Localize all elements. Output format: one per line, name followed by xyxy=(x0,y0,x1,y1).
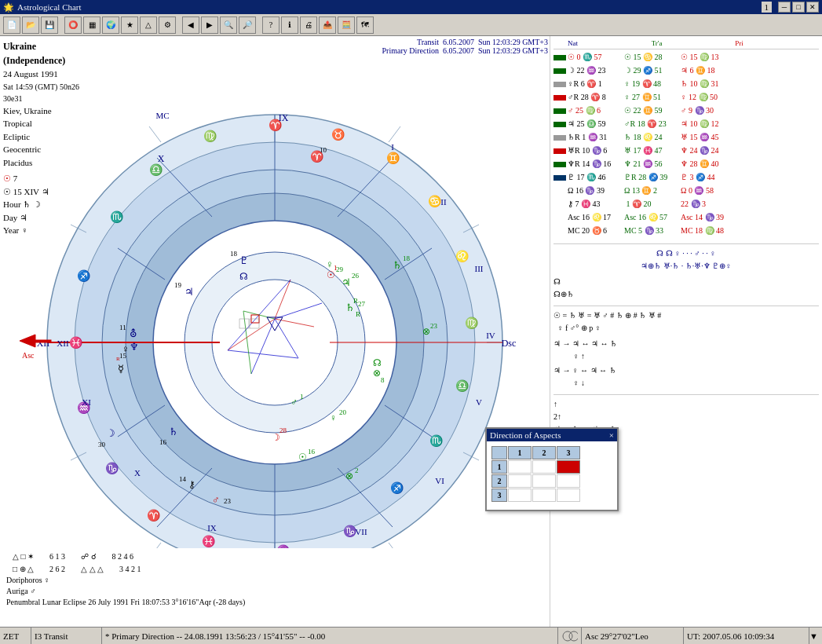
table-button[interactable]: ▦ xyxy=(83,16,100,34)
planet-row-venus: ♀R 6 ♈ 1 ♀ 19 ♈ 48 ♄ 10 ♍ 31 xyxy=(553,78,819,90)
bottom-info-panel: △ □ ✶ 6 1 3 ☍ ☌ 8 2 4 6 □ ⊕ △ 2 6 2 △ △ … xyxy=(0,548,550,609)
svg-text:VI: VI xyxy=(435,476,444,485)
nat-node: Ω 16 ♑ 39 xyxy=(568,185,623,197)
tra-venus: ♀ 19 ♈ 48 xyxy=(624,78,679,90)
calc-button[interactable]: 🧮 xyxy=(338,16,355,34)
planet-row-jupiter: ♃ 25 ♎ 59 ♂R 18 ♈ 23 ♃ 10 ♍ 12 xyxy=(553,118,819,130)
svg-text:Dsc: Dsc xyxy=(502,338,517,349)
settings-button[interactable]: ⚙ xyxy=(159,16,176,34)
svg-text:15: 15 xyxy=(119,352,127,360)
grid-col-1[interactable]: 1 xyxy=(508,446,532,459)
bar-jupiter xyxy=(553,122,566,127)
planet-row-mars: ♂ 25 ♍ 6 ☉ 22 ♊ 59 ♂ 9 ♑ 30 xyxy=(553,104,819,117)
grid-cell-3-2[interactable] xyxy=(532,488,556,502)
maximize-button[interactable]: □ xyxy=(792,2,805,13)
close-button[interactable]: ✕ xyxy=(806,2,819,13)
grid-row-2[interactable]: 2 xyxy=(491,474,507,488)
grid-cell-1-3-selected[interactable] xyxy=(557,460,580,474)
grid-cell-2-3[interactable] xyxy=(557,474,580,488)
svg-text:♍: ♍ xyxy=(465,317,479,330)
zoom-in-button[interactable]: 🔍 xyxy=(220,16,237,34)
svg-text:11: 11 xyxy=(119,324,126,331)
bar-sun xyxy=(553,55,566,60)
scroll-down-button[interactable]: ▼ xyxy=(809,631,822,641)
star-button[interactable]: ★ xyxy=(121,16,138,34)
svg-text:♃: ♃ xyxy=(184,286,194,298)
info-button[interactable]: ℹ xyxy=(281,16,298,34)
status-info: * Primary Direction -- 24.08.1991 13:56:… xyxy=(102,628,558,644)
export-button[interactable]: 📤 xyxy=(319,16,336,34)
aspect-count-row4: 3 4 2 1 xyxy=(119,564,141,575)
help-button[interactable]: ? xyxy=(262,16,279,34)
grid-cell-2-2[interactable] xyxy=(532,474,556,488)
svg-text:16: 16 xyxy=(308,448,316,456)
grid-cell-3-3[interactable] xyxy=(557,488,580,502)
nat-neptune-r: ♆R 14 ♑ 16 xyxy=(568,158,623,170)
transit-label: Transit xyxy=(417,38,439,46)
primary-direction-label: Primary Direction xyxy=(382,46,439,55)
grid-col-3[interactable]: 3 xyxy=(557,446,580,459)
svg-text:♑: ♑ xyxy=(105,462,119,475)
tra-uranus-r: ♅ 17 ♓ 47 xyxy=(624,145,679,157)
grid-cell-2-1[interactable] xyxy=(508,474,532,488)
bar-mars xyxy=(553,108,566,114)
chart-day: Day ♃ xyxy=(3,211,83,225)
svg-text:⚷: ⚷ xyxy=(188,479,195,490)
dialog-close-button[interactable]: × xyxy=(609,430,614,440)
svg-text:☊: ☊ xyxy=(239,271,248,282)
svg-text:♊: ♊ xyxy=(386,152,400,165)
print-button[interactable]: 🖨 xyxy=(300,16,317,34)
bar-asc xyxy=(553,215,566,221)
svg-text:16: 16 xyxy=(159,438,167,446)
minimize-button[interactable]: ─ xyxy=(778,2,791,13)
atlas-button[interactable]: 🗺 xyxy=(356,16,374,34)
chart-row2: ☉ 15 XIV ♃ xyxy=(3,185,83,199)
direction-dialog[interactable]: Direction of Aspects × 1 2 3 1 2 xyxy=(485,427,619,511)
grid-cell-3-1[interactable] xyxy=(508,488,532,502)
titlebar: 🌟 Astrological Chart 1 ─ □ ✕ xyxy=(0,0,822,14)
chart-button[interactable]: ⭕ xyxy=(64,16,82,34)
chart-info-panel: Ukraine (Independence) 24 August 1991 Sa… xyxy=(0,36,86,240)
toolbar: 📄 📂 💾 ⭕ ▦ 🌍 ★ △ ⚙ ◀ ▶ 🔍 🔎 ? ℹ 🖨 📤 🧮 🗺 xyxy=(0,14,822,36)
grid-col-2[interactable]: 2 xyxy=(532,446,556,459)
pri-node: Ω 0 ♒ 58 xyxy=(681,185,714,197)
grid-cell-1-1[interactable] xyxy=(508,460,532,474)
tra-node: Ω 13 ♊ 2 xyxy=(624,185,679,197)
svg-text:2: 2 xyxy=(355,467,359,474)
open-button[interactable]: 📂 xyxy=(22,16,39,34)
svg-text:8: 8 xyxy=(381,376,385,384)
svg-text:♂: ♂ xyxy=(290,397,298,408)
svg-text:30: 30 xyxy=(98,441,106,448)
planet-row-mars-r: ♂R 28 ♈ 8 ♀ 27 ♊ 51 ♀ 12 ♍ 50 xyxy=(553,91,819,104)
grid-cell-1-2[interactable] xyxy=(532,460,556,474)
zoom-out-button[interactable]: 🔎 xyxy=(239,16,256,34)
transit-info: Transit 6.05.2007 Sun 12:03:29 GMT+3 Pri… xyxy=(382,38,548,55)
planet-row-uranus-r: ♅R 10 ♑ 6 ♅ 17 ♓ 47 ♆ 24 ♑ 24 xyxy=(553,145,819,157)
new-button[interactable]: 📄 xyxy=(3,16,20,34)
bar-uranus-r xyxy=(553,148,566,154)
nat-asc: Asc 16 ♌ 17 xyxy=(568,211,623,224)
planet-button[interactable]: 🌍 xyxy=(102,16,119,34)
aspect-button[interactable]: △ xyxy=(140,16,157,34)
planet-row-mc: MC 20 ♉ 6 MC 5 ♑ 33 MC 18 ♍ 48 xyxy=(553,225,819,237)
extra-line1: ↑ xyxy=(553,398,819,411)
dialog-title-bar[interactable]: Direction of Aspects × xyxy=(487,429,617,441)
svg-text:☊: ☊ xyxy=(373,357,382,368)
save-button[interactable]: 💾 xyxy=(41,16,58,34)
tra-asc: Asc 16 ♌ 57 xyxy=(624,211,679,224)
svg-text:♃: ♃ xyxy=(342,276,351,288)
grid-row-1[interactable]: 1 xyxy=(491,460,507,474)
bar-chiron xyxy=(553,202,566,207)
svg-text:♏: ♏ xyxy=(110,210,124,224)
grid-row-3[interactable]: 3 xyxy=(491,488,507,502)
svg-text:♓: ♓ xyxy=(202,535,216,548)
svg-text:1: 1 xyxy=(300,393,304,401)
svg-text:IX: IX xyxy=(279,112,289,123)
svg-text:VII: VII xyxy=(355,527,367,536)
planet-data-table: Nat Tr'a Pri ☉ 0 ♏ 57 ☉ 15 ♋ 28 ☉ 15 ♍ 1… xyxy=(553,38,819,489)
next-button[interactable]: ▶ xyxy=(201,16,218,34)
prev-button[interactable]: ◀ xyxy=(182,16,199,34)
extra-line2: 2↑ xyxy=(553,411,819,423)
chart-location: Kiev, Ukraine xyxy=(3,104,83,118)
main-area: Ukraine (Independence) 24 August 1991 Sa… xyxy=(0,36,822,627)
